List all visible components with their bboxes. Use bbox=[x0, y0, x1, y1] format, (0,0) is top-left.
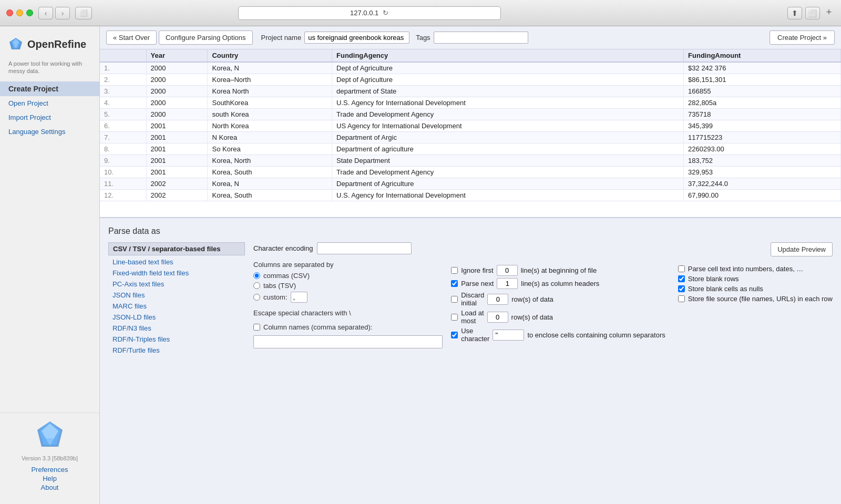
use-character-checkbox[interactable] bbox=[451, 332, 458, 338]
table-body: 1.2000Korea, NDept of Agriculture$32 242… bbox=[100, 62, 841, 201]
col-names-checkbox[interactable] bbox=[253, 324, 260, 331]
forward-button[interactable]: › bbox=[55, 7, 70, 19]
ignore-first-checkbox[interactable] bbox=[451, 267, 458, 274]
discard-initial-label: Discardinitial bbox=[461, 291, 484, 307]
use-character-row: Usecharacter to enclose cells containing… bbox=[451, 327, 665, 343]
parse-cell-checkbox[interactable] bbox=[678, 265, 685, 272]
col-header-year: Year bbox=[146, 49, 208, 62]
store-file-source-checkbox[interactable] bbox=[678, 295, 685, 302]
preferences-link[interactable]: Preferences bbox=[0, 466, 99, 474]
col-header-num bbox=[100, 49, 146, 62]
sidebar-item-import-project[interactable]: Import Project bbox=[0, 110, 99, 125]
discard-initial-checkbox[interactable] bbox=[451, 296, 458, 303]
sidebar-item-language-settings[interactable]: Language Settings bbox=[0, 125, 99, 139]
table-cell: 2000 bbox=[146, 86, 208, 97]
parse-file-type-link[interactable]: RDF/N-Triples files bbox=[108, 334, 245, 345]
custom-separator-input[interactable] bbox=[291, 292, 307, 303]
parse-file-type-link[interactable]: RDF/Turtle files bbox=[108, 345, 245, 356]
discard-initial-suffix: row(s) of data bbox=[511, 295, 553, 303]
table-cell: $32 242 376 bbox=[684, 62, 841, 74]
sidebar-item-open-project[interactable]: Open Project bbox=[0, 96, 99, 110]
table-cell: 329,953 bbox=[684, 167, 841, 178]
sidebar-toggle[interactable]: ⬜ bbox=[75, 7, 92, 19]
duplicate-button[interactable]: ⬜ bbox=[805, 7, 820, 19]
store-blank-rows-row: Store blank rows bbox=[678, 275, 833, 283]
add-tab-button[interactable]: + bbox=[823, 7, 835, 18]
table-cell: 735718 bbox=[684, 109, 841, 120]
separator-label: Columns are separated by bbox=[253, 261, 443, 269]
parse-next-row: Parse next line(s) as column headers bbox=[451, 278, 665, 289]
radio-tabs: tabs (TSV) bbox=[253, 282, 443, 290]
parse-file-type-link[interactable]: Fixed-width field text files bbox=[108, 268, 245, 279]
maximize-button[interactable] bbox=[26, 9, 33, 16]
sidebar-item-create-project[interactable]: Create Project bbox=[0, 81, 99, 96]
main-content: « Start Over Configure Parsing Options P… bbox=[100, 26, 841, 504]
row-num: 1. bbox=[100, 62, 146, 74]
parse-file-type-link[interactable]: Line-based text files bbox=[108, 256, 245, 268]
address-bar[interactable]: 127.0.0.1 ↻ bbox=[238, 6, 501, 20]
minimize-button[interactable] bbox=[16, 9, 23, 16]
row-num: 10. bbox=[100, 167, 146, 178]
table-cell: US Agency for International Development bbox=[332, 120, 684, 132]
table-cell: 117715223 bbox=[684, 132, 841, 143]
parse-file-type-link[interactable]: JSON files bbox=[108, 290, 245, 301]
ignore-first-row: Ignore first line(s) at beginning of fil… bbox=[451, 265, 665, 276]
parse-file-type-link[interactable]: JSON-LD files bbox=[108, 312, 245, 323]
store-blank-cells-checkbox[interactable] bbox=[678, 285, 685, 292]
parse-next-input[interactable] bbox=[497, 278, 518, 289]
col-names-input[interactable] bbox=[253, 335, 443, 348]
table-cell: Korea–North bbox=[208, 74, 332, 86]
separator-section: Columns are separated by commas (CSV) ta… bbox=[253, 261, 443, 303]
load-at-most-checkbox[interactable] bbox=[451, 314, 458, 321]
radio-custom-input[interactable] bbox=[253, 294, 260, 301]
parse-next-checkbox[interactable] bbox=[451, 280, 458, 287]
about-link[interactable]: About bbox=[0, 484, 99, 491]
char-encoding-input[interactable] bbox=[317, 242, 412, 254]
parse-links-list: Line-based text filesFixed-width field t… bbox=[108, 256, 245, 356]
table-cell: Dept of Agriculture bbox=[332, 62, 684, 74]
load-at-most-label: Load atmost bbox=[461, 309, 484, 325]
configure-parsing-button[interactable]: Configure Parsing Options bbox=[159, 30, 252, 45]
project-name-input[interactable] bbox=[304, 32, 409, 44]
table-cell: 2001 bbox=[146, 167, 208, 178]
radio-commas-label: commas (CSV) bbox=[263, 272, 310, 280]
use-character-input[interactable] bbox=[493, 330, 524, 341]
row-num: 12. bbox=[100, 190, 146, 201]
radio-commas-input[interactable] bbox=[253, 272, 260, 279]
start-over-button[interactable]: « Start Over bbox=[106, 30, 157, 45]
parse-data-title: Parse data as bbox=[108, 227, 833, 236]
radio-custom: custom: bbox=[253, 292, 443, 303]
help-link[interactable]: Help bbox=[0, 475, 99, 482]
table-cell: Dept of Agriculture bbox=[332, 74, 684, 86]
share-button[interactable]: ⬆ bbox=[787, 7, 802, 19]
parse-file-type-link[interactable]: PC-Axis text files bbox=[108, 279, 245, 290]
table-cell: Trade and Development Agency bbox=[332, 109, 684, 120]
discard-initial-input[interactable] bbox=[487, 294, 508, 305]
load-at-most-input[interactable] bbox=[487, 312, 508, 323]
table-cell: 2000 bbox=[146, 109, 208, 120]
table-row: 10.2001Korea, SouthTrade and Development… bbox=[100, 167, 841, 178]
radio-tabs-input[interactable] bbox=[253, 282, 260, 289]
sidebar: OpenRefine A power tool for working with… bbox=[0, 26, 100, 504]
create-project-button[interactable]: Create Project » bbox=[770, 30, 835, 45]
app-container: OpenRefine A power tool for working with… bbox=[0, 26, 841, 504]
tags-input[interactable] bbox=[434, 32, 528, 44]
sidebar-nav: Create Project Open Project Import Proje… bbox=[0, 81, 99, 139]
logo-diamond-icon bbox=[8, 37, 23, 52]
table-cell: department of State bbox=[332, 86, 684, 97]
parse-file-type-link[interactable]: RDF/N3 files bbox=[108, 323, 245, 334]
row-num: 5. bbox=[100, 109, 146, 120]
sidebar-links: Preferences Help About bbox=[0, 466, 99, 491]
update-preview-button[interactable]: Update Preview bbox=[771, 242, 833, 256]
ignore-first-input[interactable] bbox=[497, 265, 518, 276]
parse-file-type-link[interactable]: MARC files bbox=[108, 301, 245, 312]
back-button[interactable]: ‹ bbox=[38, 7, 53, 19]
char-encoding-row: Character encoding bbox=[253, 242, 443, 254]
row-num: 8. bbox=[100, 143, 146, 155]
table-cell: 2001 bbox=[146, 132, 208, 143]
table-cell: 37,322,244.0 bbox=[684, 178, 841, 190]
close-button[interactable] bbox=[6, 9, 13, 16]
store-blank-rows-checkbox[interactable] bbox=[678, 275, 685, 282]
app-name: OpenRefine bbox=[27, 38, 86, 50]
reload-icon[interactable]: ↻ bbox=[383, 9, 388, 17]
